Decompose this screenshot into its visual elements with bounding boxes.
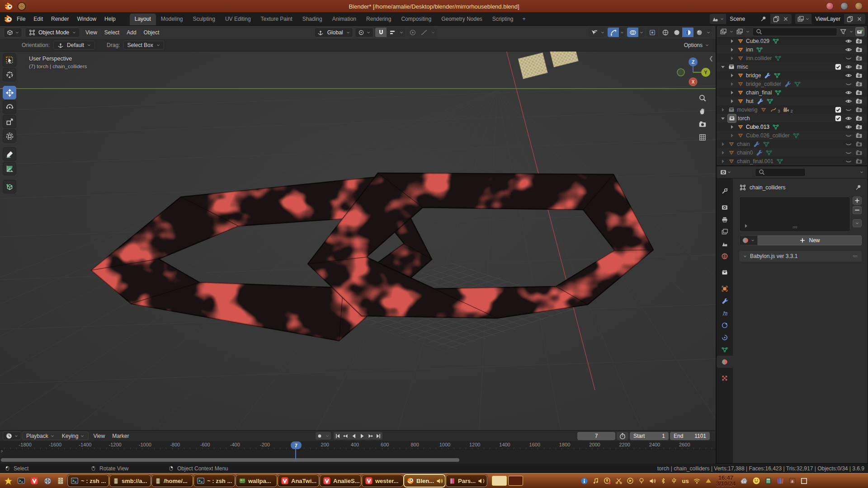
properties-tab-output[interactable] [717,213,733,225]
navigation-gizmo[interactable]: Z Y X [672,52,714,93]
outliner-row[interactable]: Cube.029 [717,37,867,45]
tray-volume-icon[interactable] [649,478,656,484]
remove-slot-button[interactable] [853,206,862,214]
exclude-checkbox[interactable] [835,63,842,70]
shading-dropdown[interactable] [705,30,712,35]
tray-eject-icon[interactable] [705,477,712,484]
expand-arrow-icon[interactable] [728,89,736,96]
eye-open-icon[interactable] [845,115,852,122]
frame-end-field[interactable]: End1101 [670,432,710,440]
render-visibility-icon[interactable] [855,89,863,96]
menu-edit[interactable]: Edit [29,14,47,24]
collapse-arrow-icon[interactable] [719,63,726,70]
new-material-button[interactable]: New [758,235,862,245]
render-visibility-icon[interactable] [855,98,863,105]
render-visibility-icon[interactable] [855,106,863,113]
expand-arrow-icon[interactable] [728,123,736,131]
orientation-dropdown[interactable]: Default [53,41,95,50]
eye-open-icon[interactable] [845,98,852,105]
properties-tab-particles[interactable] [717,307,733,319]
taskbar-window-5[interactable]: wallpa... [236,475,277,487]
properties-tab-modifiers[interactable] [717,295,733,307]
play-button[interactable] [358,432,366,440]
viewport-menu-add[interactable]: Add [123,28,140,38]
outliner-editor-type-button[interactable] [720,28,727,35]
expand-arrow-icon[interactable] [728,98,736,105]
outliner-row[interactable]: chain_final [717,88,867,97]
add-workspace-button[interactable]: + [519,14,530,25]
render-visibility-icon[interactable] [855,38,863,45]
properties-tab-collection[interactable] [717,266,733,278]
workspace-1[interactable] [492,476,507,486]
expand-arrow-icon[interactable] [719,158,726,165]
taskbar-window-8[interactable]: wester... [362,475,403,487]
tool-transform-button[interactable] [3,129,16,143]
expand-arrow-icon[interactable] [728,46,736,53]
expand-arrow-icon[interactable] [728,72,736,79]
timeline-menu-view[interactable]: View [90,432,108,440]
timeline-expand-icon[interactable]: › [1,448,3,454]
outliner-search-input[interactable] [752,28,837,36]
properties-search-input[interactable] [755,168,806,177]
viewlayer-selector[interactable]: ViewLayer [795,14,865,24]
viewport-menu-object[interactable]: Object [140,28,163,38]
orthographic-icon[interactable] [698,133,707,141]
terminal-launcher[interactable] [15,475,27,487]
keyboard-layout-indicator[interactable]: us [682,478,689,484]
render-visibility-icon[interactable] [855,46,863,53]
render-visibility-icon[interactable] [855,123,863,131]
render-visibility-icon[interactable] [855,132,863,139]
timeline-scrollbar[interactable] [1,458,459,462]
transform-orientation-dropdown[interactable]: Global [314,28,354,38]
render-visibility-icon[interactable] [855,72,863,79]
tray-dictionary-icon[interactable]: a [788,477,796,485]
taskbar-window-10[interactable]: Pars... [446,475,487,487]
copy-scene-icon[interactable] [773,15,780,23]
outliner-row[interactable]: chain [717,140,867,148]
blender-menu-icon[interactable] [4,14,13,23]
viewport-shading-material-button[interactable] [682,28,693,37]
tray-play-icon[interactable] [627,477,634,484]
tool-cursor-button[interactable] [3,68,16,81]
filter-icon[interactable] [840,28,847,35]
properties-tab-constraints[interactable] [717,331,733,343]
tab-scripting[interactable]: Scripting [487,14,519,25]
eye-closed-icon[interactable] [845,80,852,88]
window-maximize-button[interactable] [855,2,863,10]
tray-idea-icon[interactable] [638,477,645,484]
jump-to-start-button[interactable] [334,432,342,440]
eye-open-icon[interactable] [845,38,852,45]
tool-add-cube-button[interactable] [3,180,16,193]
next-keyframe-button[interactable] [366,432,374,440]
babylon-panel-header[interactable]: Babylon.js ver 3.3.1 [739,251,862,262]
properties-tab-texture[interactable] [717,372,733,384]
taskbar-window-6[interactable]: AnaTwi... [278,475,319,487]
render-visibility-icon[interactable] [855,115,863,122]
eye-open-icon[interactable] [845,89,852,96]
render-visibility-icon[interactable] [855,80,863,88]
tab-texture-paint[interactable]: Texture Paint [256,14,297,25]
tool-select-box-button[interactable] [3,53,16,67]
workspace-2[interactable] [508,476,523,486]
resize-grip-icon[interactable] [792,224,798,230]
pin-icon[interactable] [760,15,767,23]
tool-scale-button[interactable] [3,115,16,128]
copy-viewlayer-icon[interactable] [846,15,854,23]
new-collection-button[interactable] [856,28,864,36]
scene-browse-icon[interactable] [712,15,719,23]
tray-info-icon[interactable] [580,477,588,485]
outliner-row[interactable]: chain0 [717,148,867,157]
mode-dropdown[interactable]: Object Mode [25,28,80,38]
render-disabled-icon[interactable] [855,141,863,148]
exclude-checkbox[interactable] [835,106,842,113]
outliner-row[interactable]: misc [717,62,867,71]
tray-music-icon[interactable] [592,477,599,484]
playhead-line[interactable] [295,449,296,460]
expand-icon[interactable] [742,222,750,230]
xray-toggle[interactable] [646,28,658,37]
slot-specials-dropdown[interactable] [853,219,862,227]
render-visibility-icon[interactable] [855,55,863,62]
expand-arrow-icon[interactable] [719,106,726,113]
menu-render[interactable]: Render [47,14,73,24]
outliner-row[interactable]: movierig32 [717,105,867,114]
